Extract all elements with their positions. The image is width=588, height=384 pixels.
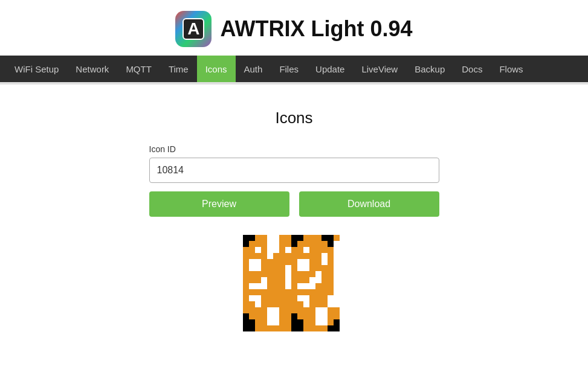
button-row: Preview Download <box>149 191 439 217</box>
nav-time[interactable]: Time <box>160 56 197 82</box>
nav-icons[interactable]: Icons <box>197 56 236 82</box>
app-title: AWTRIX Light 0.94 <box>220 16 412 42</box>
preview-button[interactable]: Preview <box>149 191 289 217</box>
header: A AWTRIX Light 0.94 <box>0 0 588 56</box>
navbar: WiFi Setup Network MQTT Time Icons Auth … <box>0 56 588 82</box>
nav-mqtt[interactable]: MQTT <box>117 56 160 82</box>
nav-wifi-setup[interactable]: WiFi Setup <box>6 56 67 82</box>
nav-flows[interactable]: Flows <box>491 56 531 82</box>
app-icon: A <box>175 11 212 47</box>
nav-update[interactable]: Update <box>307 56 353 82</box>
nav-files[interactable]: Files <box>271 56 307 82</box>
nav-liveview[interactable]: LiveView <box>353 56 406 82</box>
nav-network[interactable]: Network <box>67 56 117 82</box>
app-icon-letter: A <box>183 18 204 40</box>
download-button[interactable]: Download <box>299 191 439 217</box>
nav-backup[interactable]: Backup <box>406 56 453 82</box>
icon-form: Icon ID Preview Download <box>149 144 439 217</box>
icon-id-input[interactable] <box>149 158 439 183</box>
pixel-grid <box>243 235 346 331</box>
main-content: Icons Icon ID Preview Download <box>0 85 588 362</box>
nav-docs[interactable]: Docs <box>453 56 491 82</box>
icon-preview <box>243 235 346 338</box>
icon-id-label: Icon ID <box>149 144 176 154</box>
page-title: Icons <box>275 109 312 127</box>
nav-auth[interactable]: Auth <box>236 56 271 82</box>
